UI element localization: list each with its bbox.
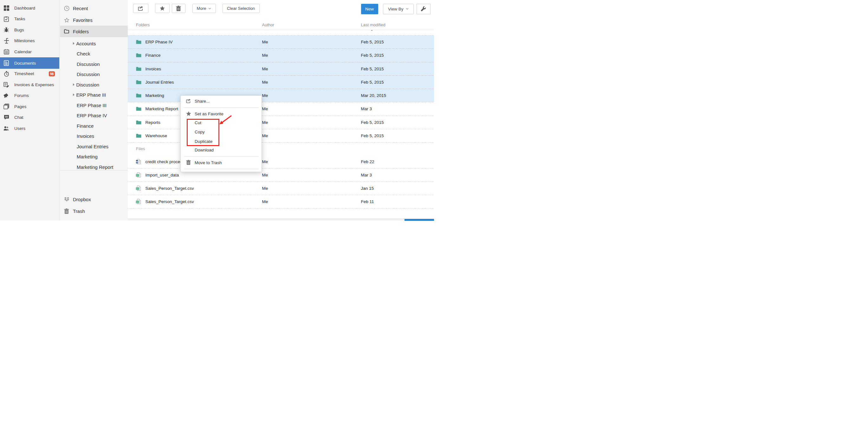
svg-text:W: W [136,160,138,163]
